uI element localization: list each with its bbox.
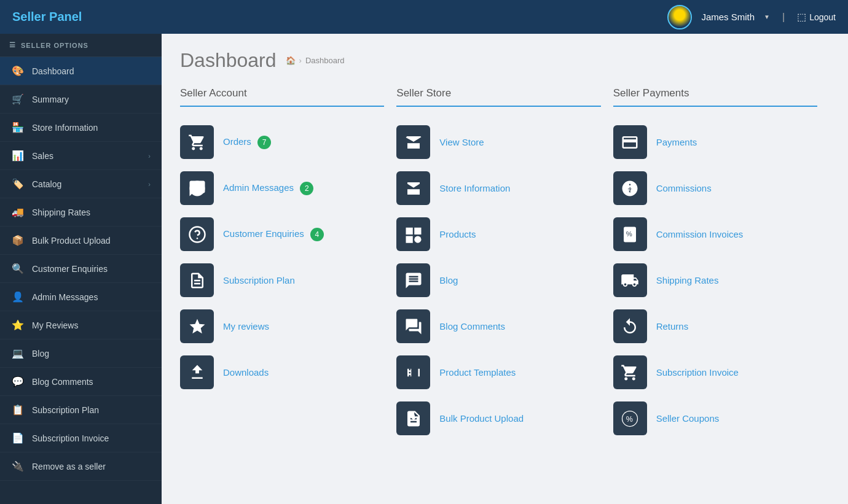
home-icon[interactable]: 🏠 (286, 56, 296, 65)
bulk-upload-label: Bulk Product Upload (439, 413, 524, 424)
dashboard-item-store-info[interactable]: Store Information (396, 165, 600, 211)
orders-icon (180, 125, 214, 159)
header: Seller Panel James Smith ▼ | ⬚ Logout (0, 0, 848, 34)
products-icon (396, 217, 430, 251)
seller-payments-title: Seller Payments (613, 87, 817, 107)
sidebar-item-subscription-invoice[interactable]: 📄 Subscription Invoice (0, 424, 162, 452)
page-title: Dashboard (180, 49, 277, 72)
payments-label: Payments (656, 137, 697, 147)
dashboard-item-customer-enquiries[interactable]: Customer Enquiries 4 (180, 211, 384, 257)
blog-comments-icon-dash (396, 309, 430, 343)
sidebar-item-store-information[interactable]: 🏪 Store Information (0, 114, 162, 142)
page-title-row: Dashboard 🏠 › Dashboard (180, 49, 830, 72)
sidebar-item-admin-messages[interactable]: 👤 Admin Messages (0, 283, 162, 311)
dashboard-item-commission-invoices[interactable]: % Commission Invoices (613, 211, 817, 257)
commission-invoices-label: Commission Invoices (656, 229, 744, 239)
seller-payments-section: Seller Payments Payments % Commissions % (613, 87, 830, 454)
orders-label: Orders 7 (223, 136, 271, 149)
logout-icon: ⬚ (797, 11, 806, 23)
admin-messages-label: Admin Messages 2 (223, 182, 313, 195)
dashboard-item-seller-coupons[interactable]: % Seller Coupons (613, 395, 817, 441)
sidebar-item-blog[interactable]: 💻 Blog (0, 339, 162, 368)
svg-rect-2 (406, 227, 412, 234)
seller-store-title: Seller Store (396, 87, 600, 107)
sidebar-item-remove-as-seller[interactable]: 🔌 Remove as a seller (0, 452, 162, 481)
dashboard-grid: Seller Account Orders 7 Admin Messages 2 (180, 87, 830, 454)
payments-icon (613, 125, 647, 159)
sales-icon: 📊 (11, 150, 25, 161)
header-right: James Smith ▼ | ⬚ Logout (667, 5, 836, 29)
view-store-icon (396, 125, 430, 159)
blog-icon: 💻 (11, 347, 25, 359)
sub-plan-icon (180, 263, 214, 297)
sidebar-item-subscription-plan[interactable]: 📋 Subscription Plan (0, 396, 162, 424)
svg-rect-3 (414, 227, 421, 234)
dashboard-item-view-store[interactable]: View Store (396, 119, 600, 165)
svg-text:%: % (626, 415, 633, 424)
svg-text:%: % (626, 230, 632, 237)
remove-seller-icon: 🔌 (11, 460, 25, 472)
sidebar-item-summary[interactable]: 🛒 Summary (0, 85, 162, 114)
sidebar-item-customer-enquiries[interactable]: 🔍 Customer Enquiries (0, 255, 162, 283)
dashboard-item-orders[interactable]: Orders 7 (180, 119, 384, 165)
dashboard-item-bulk-product-upload[interactable]: Bulk Product Upload (396, 395, 600, 441)
sidebar-item-my-reviews[interactable]: ⭐ My Reviews (0, 311, 162, 339)
returns-icon (613, 309, 647, 343)
seller-coupons-label: Seller Coupons (656, 413, 720, 424)
sidebar-item-blog-comments[interactable]: 💬 Blog Comments (0, 368, 162, 396)
dashboard-item-subscription-invoice[interactable]: Subscription Invoice (613, 349, 817, 395)
shipping-rates-icon (613, 263, 647, 297)
sidebar-item-sales[interactable]: 📊 Sales › (0, 142, 162, 170)
dashboard-item-products[interactable]: Products (396, 211, 600, 257)
dashboard-item-downloads[interactable]: Downloads (180, 349, 384, 395)
view-store-label: View Store (439, 137, 484, 147)
product-templates-label: Product Templates (439, 367, 516, 378)
dashboard-item-commissions[interactable]: % Commissions (613, 165, 817, 211)
dashboard-item-blog[interactable]: Blog (396, 257, 600, 303)
my-reviews-label: My reviews (223, 321, 269, 331)
commission-invoices-icon: % (613, 217, 647, 251)
catalog-arrow: › (148, 180, 151, 188)
seller-coupons-icon: % (613, 401, 647, 435)
blog-comments-label: Blog Comments (439, 321, 505, 331)
enquiries-icon: 🔍 (11, 263, 25, 274)
subscription-plan-icon: 📋 (11, 404, 25, 416)
seller-account-section: Seller Account Orders 7 Admin Messages 2 (180, 87, 396, 454)
sidebar-header: ☰ SELLER OPTIONS (0, 34, 162, 57)
bulk-upload-icon-dash (396, 401, 430, 435)
products-label: Products (439, 229, 476, 239)
dashboard-item-my-reviews[interactable]: My reviews (180, 303, 384, 349)
sidebar-item-catalog[interactable]: 🏷️ Catalog › (0, 170, 162, 198)
dashboard-icon: 🎨 (11, 65, 25, 77)
dashboard-item-payments[interactable]: Payments (613, 119, 817, 165)
svg-point-1 (196, 238, 198, 239)
subscription-plan-label: Subscription Plan (223, 275, 295, 285)
dashboard-item-blog-comments[interactable]: Blog Comments (396, 303, 600, 349)
dashboard-item-subscription-plan[interactable]: Subscription Plan (180, 257, 384, 303)
sales-arrow: › (148, 152, 151, 160)
store-info-label: Store Information (439, 183, 510, 193)
dashboard-item-returns[interactable]: Returns (613, 303, 817, 349)
dashboard-item-admin-messages[interactable]: Admin Messages 2 (180, 165, 384, 211)
downloads-label: Downloads (223, 367, 269, 378)
user-dropdown-arrow[interactable]: ▼ (764, 14, 770, 20)
customer-enq-icon (180, 217, 214, 251)
downloads-icon (180, 355, 214, 389)
dashboard-item-shipping-rates[interactable]: Shipping Rates (613, 257, 817, 303)
breadcrumb-current: Dashboard (305, 56, 345, 65)
product-templates-icon (396, 355, 430, 389)
admin-messages-badge: 2 (300, 182, 313, 195)
shipping-rates-label: Shipping Rates (656, 275, 719, 285)
user-name: James Smith (701, 12, 755, 22)
store-icon: 🏪 (11, 122, 25, 133)
dashboard-item-product-templates[interactable]: Product Templates (396, 349, 600, 395)
sidebar-item-shipping-rates[interactable]: 🚚 Shipping Rates (0, 198, 162, 227)
sidebar-item-dashboard[interactable]: 🎨 Dashboard (0, 57, 162, 85)
logout-button[interactable]: ⬚ Logout (797, 11, 836, 23)
main-content: Dashboard 🏠 › Dashboard Seller Account O… (162, 34, 848, 504)
sidebar-item-bulk-product-upload[interactable]: 📦 Bulk Product Upload (0, 227, 162, 255)
summary-icon: 🛒 (11, 93, 25, 105)
breadcrumb-separator: › (299, 56, 302, 65)
sidebar: ☰ SELLER OPTIONS 🎨 Dashboard 🛒 Summary 🏪… (0, 34, 162, 504)
customer-enquiries-badge: 4 (310, 228, 324, 241)
